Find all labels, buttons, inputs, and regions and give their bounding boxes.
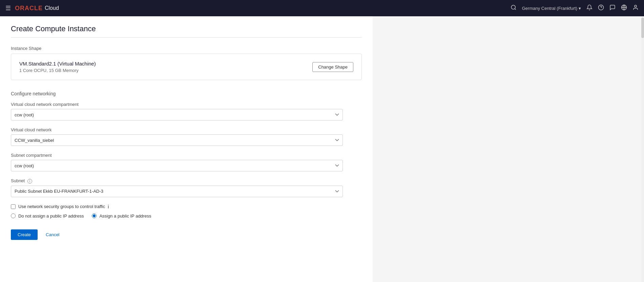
svg-point-0 <box>511 5 515 9</box>
search-icon[interactable] <box>511 4 517 12</box>
subnet-select[interactable]: Public Subnet Ekkb EU-FRANKFURT-1-AD-3 <box>11 186 343 197</box>
instance-shape-label: Instance Shape <box>11 46 362 51</box>
nsg-info-icon[interactable]: i <box>108 204 109 209</box>
no-public-ip-row: Do not assign a public IP address <box>11 213 84 219</box>
oracle-cloud-text: Cloud <box>45 5 59 11</box>
vcn-label: Virtual cloud network <box>11 127 362 132</box>
public-ip-radio-group: Do not assign a public IP address Assign… <box>11 213 362 219</box>
header: ☰ ORACLE Cloud Germany Central (Frankfur… <box>0 0 644 16</box>
subnet-label: Subnet i <box>11 178 362 184</box>
action-buttons: Create Cancel <box>11 227 362 240</box>
create-button[interactable]: Create <box>11 229 38 240</box>
assign-public-ip-label: Assign a public IP address <box>99 213 151 219</box>
network-security-groups-row: Use network security groups to control t… <box>11 204 362 209</box>
globe-icon[interactable] <box>621 4 627 12</box>
assign-public-ip-row: Assign a public IP address <box>92 213 151 219</box>
subnet-compartment-label: Subnet compartment <box>11 153 362 158</box>
chat-icon[interactable] <box>609 4 616 12</box>
networking-label: Configure networking <box>11 91 362 96</box>
subnet-compartment-select[interactable]: ccw (root) <box>11 160 343 171</box>
main-content: Create Compute Instance Instance Shape V… <box>0 16 373 282</box>
networking-section: Configure networking Virtual cloud netwo… <box>11 91 362 219</box>
assign-public-ip-radio[interactable] <box>92 213 97 218</box>
vcn-compartment-select[interactable]: ccw (root) <box>11 109 343 120</box>
shape-info: VM.Standard2.1 (Virtual Machine) 1 Core … <box>19 61 96 73</box>
scroll-thumb <box>641 18 644 38</box>
instance-shape-section: Instance Shape VM.Standard2.1 (Virtual M… <box>11 46 362 80</box>
help-icon[interactable] <box>598 4 604 12</box>
vcn-group: Virtual cloud network CCW_vanilla_siebel <box>11 127 362 146</box>
cancel-button[interactable]: Cancel <box>42 229 63 240</box>
network-security-groups-label: Use network security groups to control t… <box>18 204 105 209</box>
svg-point-6 <box>635 5 637 7</box>
header-right: Germany Central (Frankfurt) ▾ <box>511 4 639 12</box>
no-public-ip-label: Do not assign a public IP address <box>18 213 84 219</box>
change-shape-button[interactable]: Change Shape <box>312 62 353 72</box>
no-public-ip-radio[interactable] <box>11 213 16 218</box>
shape-details: 1 Core OCPU, 15 GB Memory <box>19 68 96 73</box>
header-left: ☰ ORACLE Cloud <box>5 4 59 12</box>
svg-line-1 <box>515 8 516 10</box>
hamburger-icon[interactable]: ☰ <box>5 4 11 12</box>
oracle-logo: ORACLE Cloud <box>15 5 59 12</box>
bell-icon[interactable] <box>586 4 593 12</box>
scrollbar[interactable] <box>641 16 644 282</box>
network-security-groups-checkbox[interactable] <box>11 204 16 209</box>
vcn-select[interactable]: CCW_vanilla_siebel <box>11 134 343 146</box>
shape-name: VM.Standard2.1 (Virtual Machine) <box>19 61 96 67</box>
oracle-logo-text: ORACLE <box>15 5 43 12</box>
region-chevron: ▾ <box>579 6 581 11</box>
vcn-compartment-label: Virtual cloud network compartment <box>11 102 362 107</box>
region-label: Germany Central (Frankfurt) <box>522 6 577 11</box>
region-selector[interactable]: Germany Central (Frankfurt) ▾ <box>522 6 581 11</box>
subnet-info-icon[interactable]: i <box>27 179 32 184</box>
page-title: Create Compute Instance <box>11 24 362 38</box>
shape-card: VM.Standard2.1 (Virtual Machine) 1 Core … <box>11 54 362 80</box>
subnet-compartment-group: Subnet compartment ccw (root) <box>11 153 362 171</box>
subnet-group: Subnet i Public Subnet Ekkb EU-FRANKFURT… <box>11 178 362 197</box>
user-icon[interactable] <box>632 4 639 12</box>
vcn-compartment-group: Virtual cloud network compartment ccw (r… <box>11 102 362 120</box>
